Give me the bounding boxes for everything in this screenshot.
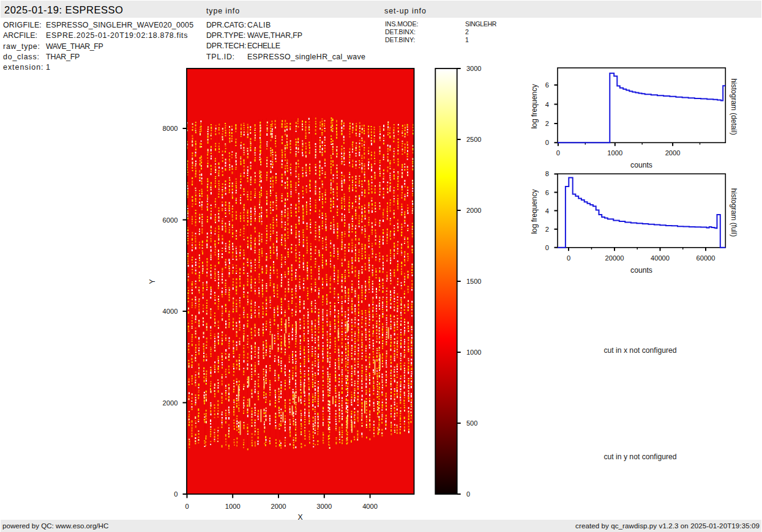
- svg-text:log frequency: log frequency: [530, 189, 539, 234]
- svg-text:0: 0: [545, 244, 549, 251]
- svg-text:cut in y not configured: cut in y not configured: [603, 453, 676, 461]
- svg-text:1000: 1000: [607, 149, 622, 157]
- svg-text:40000: 40000: [651, 254, 670, 262]
- svg-text:2: 2: [545, 226, 549, 233]
- svg-text:0: 0: [174, 490, 177, 498]
- svg-text:8: 8: [545, 170, 549, 177]
- svg-text:8000: 8000: [163, 125, 178, 132]
- svg-text:3000: 3000: [316, 503, 332, 510]
- svg-text:60000: 60000: [696, 254, 715, 262]
- svg-text:20000: 20000: [605, 254, 624, 262]
- svg-text:cut in x not configured: cut in x not configured: [603, 346, 676, 355]
- svg-text:2: 2: [545, 120, 549, 127]
- svg-text:2000: 2000: [163, 399, 178, 407]
- svg-text:counts: counts: [630, 161, 652, 169]
- svg-text:1000: 1000: [225, 503, 241, 510]
- svg-text:6: 6: [545, 189, 549, 196]
- svg-text:0: 0: [556, 149, 560, 157]
- svg-text:0: 0: [567, 254, 570, 262]
- svg-text:4: 4: [545, 207, 549, 215]
- svg-text:3000: 3000: [466, 65, 481, 72]
- svg-text:2500: 2500: [466, 136, 481, 143]
- svg-text:log frequency: log frequency: [530, 84, 539, 129]
- svg-text:4: 4: [545, 101, 549, 108]
- svg-text:4000: 4000: [163, 308, 178, 315]
- svg-text:counts: counts: [630, 266, 652, 275]
- svg-text:2000: 2000: [466, 207, 481, 214]
- svg-text:2000: 2000: [665, 149, 681, 157]
- svg-text:0: 0: [545, 139, 549, 146]
- svg-text:2000: 2000: [271, 503, 286, 510]
- svg-text:Y: Y: [148, 279, 157, 284]
- svg-text:1500: 1500: [466, 278, 481, 285]
- svg-text:0: 0: [185, 503, 189, 510]
- svg-text:1000: 1000: [466, 349, 481, 356]
- svg-text:500: 500: [466, 419, 477, 427]
- svg-text:4000: 4000: [362, 503, 378, 510]
- svg-text:histogram (detail): histogram (detail): [730, 78, 738, 135]
- svg-text:6000: 6000: [163, 216, 178, 224]
- svg-text:histogram (full): histogram (full): [730, 188, 738, 237]
- svg-text:X: X: [297, 513, 302, 522]
- svg-text:0: 0: [466, 490, 470, 498]
- svg-text:6: 6: [545, 81, 549, 89]
